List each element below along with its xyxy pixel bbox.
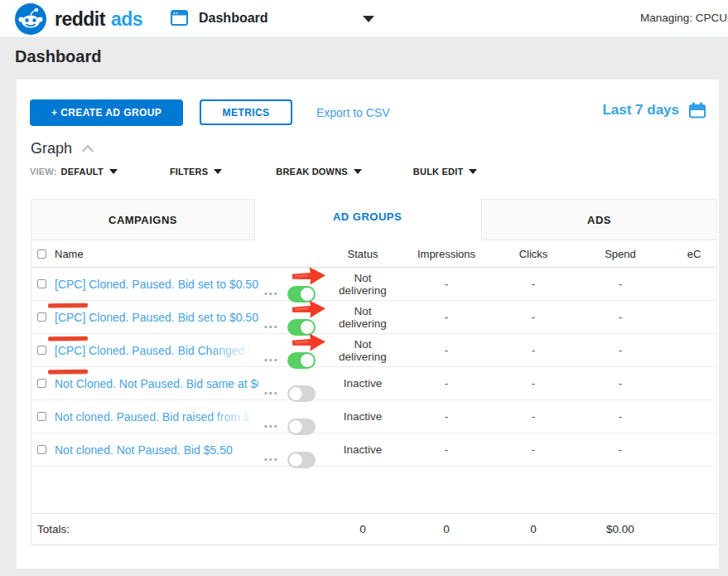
brand-ads-text: ads bbox=[111, 8, 142, 31]
bulk-edit-dropdown[interactable]: BULK EDIT bbox=[413, 167, 477, 177]
row-checkbox[interactable] bbox=[37, 279, 46, 288]
select-all-checkbox[interactable] bbox=[37, 249, 46, 259]
row-name-cell: Not cloned. Paused. Bid raised from $2 t… bbox=[31, 410, 330, 424]
row-status: Inactive bbox=[330, 377, 395, 390]
row-checkbox[interactable] bbox=[37, 412, 46, 421]
row-active-toggle[interactable] bbox=[287, 452, 316, 468]
caret-down-icon bbox=[354, 169, 362, 174]
toggle-knob bbox=[301, 288, 314, 301]
header-name-cell: Name bbox=[31, 248, 330, 260]
column-header-spend: Spend bbox=[569, 248, 672, 260]
managing-account-label: Managing: CPCUs bbox=[640, 12, 728, 24]
date-range-picker[interactable]: Last 7 days bbox=[602, 102, 706, 119]
row-active-toggle[interactable] bbox=[287, 385, 316, 402]
row-checkbox[interactable] bbox=[37, 445, 46, 454]
nav-dashboard-label: Dashboard bbox=[199, 11, 268, 26]
row-menu-ellipsis-icon[interactable]: ••• bbox=[264, 355, 279, 365]
row-checkbox[interactable] bbox=[37, 346, 46, 355]
row-active-toggle[interactable] bbox=[287, 419, 316, 435]
ad-groups-table: Name Status Impressions Clicks Spend eC … bbox=[31, 240, 717, 545]
filters-label: FILTERS bbox=[170, 167, 208, 177]
column-header-ecpc: eC bbox=[672, 248, 716, 260]
row-impressions: - bbox=[395, 410, 498, 423]
view-default-value: DEFAULT bbox=[61, 167, 104, 177]
row-menu-ellipsis-icon[interactable]: ••• bbox=[264, 388, 279, 398]
filters-dropdown[interactable]: FILTERS bbox=[170, 167, 222, 177]
table-header-row: Name Status Impressions Clicks Spend eC bbox=[31, 240, 716, 268]
toolbar: + CREATE AD GROUP METRICS Export to CSV … bbox=[30, 99, 706, 126]
dashboard-nav-dropdown[interactable]: Dashboard bbox=[171, 10, 268, 26]
chevron-up-icon[interactable] bbox=[82, 144, 94, 156]
totals-row: Totals: 0 0 0 $0.00 bbox=[31, 514, 716, 545]
entity-tabs: CAMPAIGNS AD GROUPS ADS bbox=[31, 192, 717, 240]
totals-status: 0 bbox=[330, 523, 395, 535]
row-active-toggle[interactable] bbox=[287, 286, 316, 303]
totals-label: Totals: bbox=[37, 523, 70, 535]
export-to-csv-link[interactable]: Export to CSV bbox=[316, 99, 390, 126]
tab-ad-groups[interactable]: AD GROUPS bbox=[256, 192, 479, 240]
view-label: VIEW: bbox=[30, 167, 57, 177]
row-active-toggle[interactable] bbox=[287, 352, 316, 369]
reddit-ads-logo[interactable]: reddit ads bbox=[14, 2, 142, 36]
table-row: [CPC] Cloned. Paused. Bid set to $0.50 •… bbox=[31, 301, 716, 334]
row-name-cell: Not cloned. Not Paused. Bid $5.50 ••• bbox=[31, 443, 330, 457]
row-menu-ellipsis-icon[interactable]: ••• bbox=[264, 421, 279, 431]
row-menu-ellipsis-icon[interactable]: ••• bbox=[264, 454, 279, 464]
row-spend: - bbox=[569, 377, 672, 390]
bulk-edit-label: BULK EDIT bbox=[413, 167, 463, 177]
row-clicks: - bbox=[498, 410, 569, 423]
row-menu-ellipsis-icon[interactable]: ••• bbox=[264, 322, 279, 332]
row-impressions: - bbox=[395, 311, 498, 323]
tab-ads[interactable]: ADS bbox=[481, 199, 717, 240]
tab-campaigns[interactable]: CAMPAIGNS bbox=[31, 199, 255, 240]
top-bar: reddit ads Dashboard Managing: CPCUs bbox=[0, 0, 728, 38]
row-spend: - bbox=[569, 278, 672, 290]
red-arrow-annotation bbox=[292, 298, 327, 320]
calendar-icon bbox=[689, 102, 706, 119]
ad-group-name-link[interactable]: [CPC] Cloned. Paused. Bid set to $0.50 bbox=[55, 278, 258, 291]
row-impressions: - bbox=[395, 278, 498, 290]
row-spend: - bbox=[569, 410, 672, 423]
row-status: Not delivering bbox=[330, 305, 395, 330]
ad-group-name-link[interactable]: [CPC] Cloned. Paused. Bid Changed to $0.… bbox=[55, 344, 258, 357]
toggle-knob bbox=[301, 321, 314, 334]
row-active-toggle[interactable] bbox=[287, 319, 316, 336]
ad-group-name-link[interactable]: Not cloned. Not Paused. Bid $5.50 bbox=[55, 443, 233, 457]
row-clicks: - bbox=[498, 278, 569, 290]
toggle-knob bbox=[289, 453, 302, 467]
filter-row: VIEW: DEFAULT FILTERS BREAK DOWNS BULK E… bbox=[30, 167, 477, 177]
empty-row bbox=[31, 467, 716, 514]
red-arrow-annotation bbox=[292, 331, 327, 353]
dashboard-card: + CREATE AD GROUP METRICS Export to CSV … bbox=[17, 80, 719, 569]
row-menu-ellipsis-icon[interactable]: ••• bbox=[264, 288, 279, 298]
row-name-cell: [CPC] Cloned. Paused. Bid Changed to $0.… bbox=[31, 344, 330, 357]
ad-group-name-link[interactable]: [CPC] Cloned. Paused. Bid set to $0.50 bbox=[55, 311, 258, 324]
table-row: Not cloned. Not Paused. Bid $5.50 ••• In… bbox=[31, 433, 716, 467]
row-status: Inactive bbox=[330, 443, 395, 456]
row-checkbox[interactable] bbox=[37, 379, 46, 388]
column-header-impressions: Impressions bbox=[395, 248, 498, 260]
row-spend: - bbox=[569, 311, 672, 323]
caret-down-icon bbox=[109, 169, 118, 174]
ad-group-name-link[interactable]: Not cloned. Paused. Bid raised from $2 t… bbox=[55, 410, 258, 424]
reddit-snoo-icon bbox=[14, 2, 47, 36]
breakdowns-dropdown[interactable]: BREAK DOWNS bbox=[276, 167, 362, 177]
metrics-button[interactable]: METRICS bbox=[200, 99, 293, 125]
red-arrow-annotation bbox=[292, 264, 327, 287]
row-status: Inactive bbox=[330, 410, 395, 423]
breakdowns-label: BREAK DOWNS bbox=[276, 167, 348, 177]
toggle-knob bbox=[289, 387, 302, 400]
date-range-label: Last 7 days bbox=[602, 102, 679, 119]
totals-spend: $0.00 bbox=[569, 523, 672, 535]
chevron-down-icon[interactable] bbox=[363, 16, 374, 22]
view-default-dropdown[interactable]: DEFAULT bbox=[61, 167, 118, 177]
ad-group-name-link[interactable]: Not Cloned. Not Paused. Bid same at $0.0… bbox=[55, 377, 258, 390]
table-row: [CPC] Cloned. Paused. Bid Changed to $0.… bbox=[31, 334, 716, 367]
brand-reddit-text: reddit bbox=[55, 8, 105, 31]
row-clicks: - bbox=[498, 377, 569, 390]
table-row: Not Cloned. Not Paused. Bid same at $0.0… bbox=[31, 367, 716, 400]
row-checkbox[interactable] bbox=[37, 312, 46, 322]
create-ad-group-button[interactable]: + CREATE AD GROUP bbox=[30, 99, 183, 126]
window-icon bbox=[171, 10, 188, 26]
graph-title: Graph bbox=[31, 140, 72, 157]
